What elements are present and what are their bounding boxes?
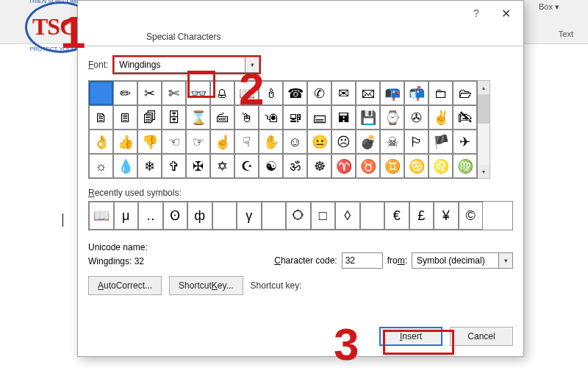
symbol-cell[interactable]: 👌: [89, 130, 113, 154]
recent-symbol-cell[interactable]: [262, 202, 287, 230]
symbol-cell[interactable]: ॐ: [283, 154, 307, 178]
symbol-cell[interactable]: ✌: [429, 105, 453, 130]
symbol-cell[interactable]: 📭: [380, 81, 404, 105]
recent-symbol-cell[interactable]: μ: [114, 202, 139, 230]
symbol-cell[interactable]: 💣: [356, 130, 380, 154]
recent-symbol-cell[interactable]: γ: [237, 202, 262, 230]
symbol-cell[interactable]: 🖬: [331, 105, 356, 130]
from-input[interactable]: [412, 252, 498, 269]
symbol-cell[interactable]: ✈: [453, 130, 477, 154]
symbol-cell[interactable]: ✇: [404, 105, 429, 130]
symbol-cell[interactable]: ✞: [162, 154, 186, 178]
symbol-cell[interactable]: 🗀: [429, 81, 453, 105]
symbol-cell[interactable]: ❄: [137, 154, 162, 178]
symbol-cell[interactable]: 🕯: [259, 81, 283, 105]
symbol-cell[interactable]: 🖳: [283, 105, 307, 130]
symbol-cell[interactable]: ☟: [234, 130, 259, 154]
symbol-cell[interactable]: ⌚: [380, 105, 404, 130]
symbol-cell[interactable]: ☸: [307, 154, 331, 178]
symbol-cell[interactable]: 🖮: [210, 105, 234, 130]
shortcut-key-button[interactable]: Shortcut Key...: [169, 276, 243, 295]
recent-symbol-cell[interactable]: 📖: [89, 202, 114, 230]
symbol-cell[interactable]: 🗎: [89, 105, 113, 130]
symbol-cell[interactable]: ✆: [307, 81, 331, 105]
recent-symbol-cell[interactable]: ©: [459, 202, 484, 230]
symbol-cell[interactable]: ✏: [113, 81, 137, 105]
close-button[interactable]: ✕: [491, 7, 520, 21]
symbol-cell[interactable]: ✋: [259, 130, 283, 154]
symbol-cell[interactable]: ☪: [234, 154, 259, 178]
symbol-cell[interactable]: 💾: [356, 105, 380, 130]
symbol-cell[interactable]: ♍: [453, 154, 477, 178]
text-cursor: [62, 213, 63, 227]
recent-symbol-cell[interactable]: ¥: [434, 202, 459, 230]
scroll-down-icon[interactable]: ▾: [478, 165, 490, 178]
recent-symbol-cell[interactable]: ʘ: [163, 202, 188, 230]
autocorrect-button[interactable]: AutoCorrect...: [88, 276, 162, 295]
symbol-cell[interactable]: ☯: [259, 154, 283, 178]
symbol-cell[interactable]: 🖴: [307, 105, 331, 130]
tab-special-characters[interactable]: Special Characters: [135, 26, 232, 46]
recent-symbol-cell[interactable]: ‥: [138, 202, 163, 230]
symbol-cell[interactable]: ☞: [186, 130, 210, 154]
symbol-cell[interactable]: 📖: [234, 81, 259, 105]
symbol-cell[interactable]: ☹: [331, 130, 356, 154]
scroll-up-icon[interactable]: ▴: [478, 81, 490, 94]
recent-symbol-cell[interactable]: [360, 202, 385, 230]
symbol-cell[interactable]: ♌: [429, 154, 453, 178]
symbol-cell[interactable]: 😐: [307, 130, 331, 154]
font-select[interactable]: ▾: [112, 55, 261, 74]
symbol-cell[interactable]: ⌛: [186, 105, 210, 130]
recent-symbol-cell[interactable]: 🌣: [286, 202, 311, 230]
symbol-cell[interactable]: 💧: [113, 154, 137, 178]
symbol-cell[interactable]: ☠: [380, 130, 404, 154]
grid-scrollbar[interactable]: ▴ ▾: [478, 80, 490, 179]
symbol-cell[interactable]: ✄: [162, 81, 186, 105]
symbol-cell[interactable]: 🖂: [356, 81, 380, 105]
recent-symbol-cell[interactable]: ф: [187, 202, 212, 230]
help-button[interactable]: ?: [462, 7, 491, 19]
recent-symbol-cell[interactable]: €: [384, 202, 409, 230]
symbol-cell[interactable]: ☜: [162, 130, 186, 154]
symbol-cell[interactable]: ✡: [210, 154, 234, 178]
symbol-cell[interactable]: 👍: [113, 130, 137, 154]
symbol-cell[interactable]: 🗐: [137, 105, 162, 130]
symbol-cell[interactable]: ✠: [186, 154, 210, 178]
char-code-input[interactable]: [342, 252, 383, 269]
from-select[interactable]: ▾: [412, 252, 513, 269]
symbol-cell[interactable]: ♈: [331, 154, 356, 178]
symbol-cell[interactable]: 🖲: [259, 105, 283, 130]
symbol-cell[interactable]: 🖎: [453, 105, 477, 130]
recent-symbol-cell[interactable]: [212, 202, 237, 230]
symbol-cell[interactable]: 📬: [404, 81, 429, 105]
symbol-cell[interactable]: 🗁: [453, 81, 477, 105]
symbol-cell[interactable]: ♉: [356, 154, 380, 178]
symbol-cell[interactable]: 🗄: [162, 105, 186, 130]
shortcut-key-label: Shortcut key:: [251, 280, 302, 291]
symbol-cell[interactable]: 🏳: [404, 130, 429, 154]
from-dropdown-button[interactable]: ▾: [498, 252, 513, 269]
symbol-cell[interactable]: 🕭: [210, 81, 234, 105]
symbol-cell[interactable]: 🏴: [429, 130, 453, 154]
symbol-cell[interactable]: ✂: [137, 81, 162, 105]
symbol-cell[interactable]: ☼: [89, 154, 113, 178]
symbol-cell[interactable]: ☝: [210, 130, 234, 154]
symbol-cell[interactable]: [89, 81, 113, 105]
font-dropdown-button[interactable]: ▾: [245, 57, 259, 73]
symbol-cell[interactable]: ✉: [331, 81, 356, 105]
symbol-cell[interactable]: 👎: [137, 130, 162, 154]
cancel-button[interactable]: Cancel: [450, 327, 513, 346]
symbol-cell[interactable]: 👓: [186, 81, 210, 105]
recent-symbol-cell[interactable]: £: [409, 202, 434, 230]
symbol-cell[interactable]: ♊: [380, 154, 404, 178]
symbol-cell[interactable]: 🗏: [113, 105, 137, 130]
font-input[interactable]: [114, 57, 245, 73]
recent-symbol-cell[interactable]: ◊: [335, 202, 360, 230]
symbol-cell[interactable]: ☺: [283, 130, 307, 154]
symbol-cell[interactable]: ☎: [283, 81, 307, 105]
insert-button[interactable]: Insert: [379, 327, 442, 346]
recent-symbol-cell[interactable]: □: [311, 202, 336, 230]
symbol-cell[interactable]: ♋: [404, 154, 429, 178]
scroll-thumb[interactable]: [478, 94, 490, 124]
symbol-cell[interactable]: 🖰: [234, 105, 259, 130]
